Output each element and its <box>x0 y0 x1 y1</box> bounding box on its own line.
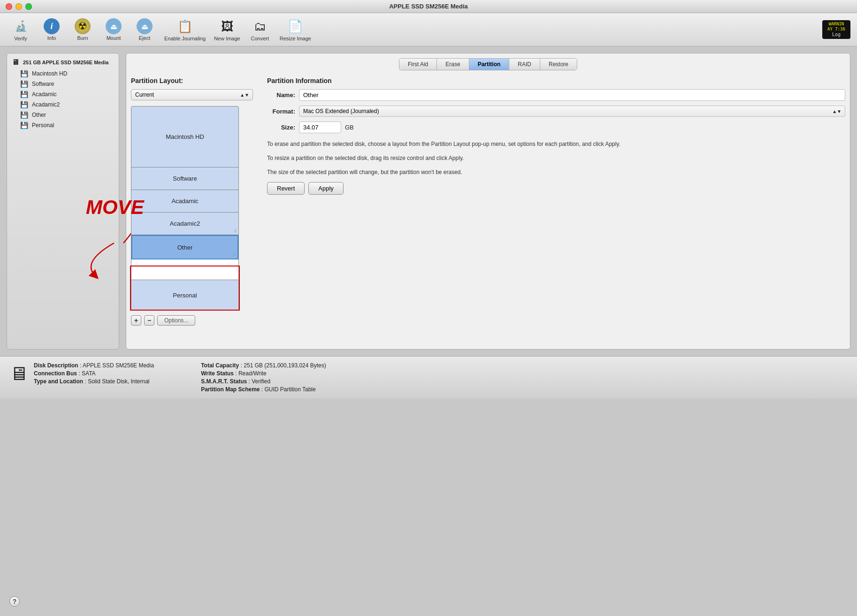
name-field[interactable] <box>299 89 845 101</box>
mount-icon: ⏏ <box>106 18 122 34</box>
info-button[interactable]: i Info <box>38 16 66 43</box>
layout-dropdown-wrapper: Current ▲▼ <box>131 89 253 100</box>
write-status-row: Write Status : Read/Write <box>201 370 326 377</box>
resize-image-icon: 📄 <box>287 18 304 35</box>
info-icon: i <box>44 18 60 34</box>
sidebar-disk-item[interactable]: 🖥 251 GB APPLE SSD SM256E Media <box>7 56 119 68</box>
window-controls[interactable] <box>6 3 32 10</box>
resize-handle-other[interactable]: // <box>233 253 236 258</box>
convert-button[interactable]: 🗂 Convert <box>246 16 274 43</box>
layout-dropdown[interactable]: Current <box>131 89 253 100</box>
minimize-button[interactable] <box>15 3 22 10</box>
connection-bus-row: Connection Bus : SATA <box>34 370 154 377</box>
enable-journaling-icon: 📋 <box>176 18 193 35</box>
sidebar-item-macintosh-hd[interactable]: 💾 Macintosh HD <box>7 68 119 79</box>
partition-info-panel: Partition Information Name: Format: Mac … <box>267 77 845 326</box>
type-location-label: Type and Location <box>34 378 83 385</box>
format-select-wrapper: Mac OS Extended (Journaled) ▲▼ <box>299 106 845 117</box>
sidebar-item-other[interactable]: 💾 Other <box>7 110 119 120</box>
partition-icon-5: 💾 <box>20 122 28 129</box>
tab-raid[interactable]: RAID <box>509 59 540 70</box>
eject-button[interactable]: ⏏ Eject <box>130 16 159 43</box>
enable-journaling-button[interactable]: 📋 Enable Journaling <box>161 16 208 43</box>
mount-button[interactable]: ⏏ Mount <box>99 16 128 43</box>
tab-bar: First Aid Erase Partition RAID Restore <box>399 58 577 70</box>
partition-desc-1: To erase and partition the selected disk… <box>267 140 845 148</box>
partition-label-acadamic: Acadamic <box>171 198 198 205</box>
partition-icon-2: 💾 <box>20 91 28 98</box>
partition-block-personal[interactable]: Personal <box>131 280 238 310</box>
sidebar-item-software[interactable]: 💾 Software <box>7 79 119 89</box>
size-field[interactable] <box>299 122 341 133</box>
partition-block-other[interactable]: Other // <box>131 235 238 259</box>
partition-block-acadamic2[interactable]: Acadamic2 // <box>131 213 238 235</box>
connection-bus-label: Connection Bus <box>34 370 77 377</box>
partition-layout-title: Partition Layout: <box>131 77 253 84</box>
partition-controls: + − Options... <box>131 315 253 326</box>
partition-block-empty[interactable] <box>131 259 238 280</box>
format-row: Format: Mac OS Extended (Journaled) ▲▼ <box>267 106 845 117</box>
partition-label-other: Other <box>177 244 193 251</box>
smart-status-value: Verified <box>252 378 270 385</box>
sidebar-disk-label: 251 GB APPLE SSD SM256E Media <box>23 60 108 65</box>
resize-image-button[interactable]: 📄 Resize Image <box>277 16 314 43</box>
main-area: 🖥 251 GB APPLE SSD SM256E Media 💾 Macint… <box>0 46 857 356</box>
partition-map-label: Partition Map Scheme <box>201 386 260 393</box>
convert-label: Convert <box>251 36 269 41</box>
partition-block-software[interactable]: Software <box>131 167 238 190</box>
help-section: ? <box>9 596 20 608</box>
maximize-button[interactable] <box>25 3 32 10</box>
partition-desc-3: The size of the selected partition will … <box>267 168 845 176</box>
format-select[interactable]: Mac OS Extended (Journaled) <box>299 106 845 117</box>
tab-erase[interactable]: Erase <box>437 59 469 70</box>
remove-partition-button[interactable]: − <box>144 315 154 326</box>
write-status-sep: : <box>235 370 238 377</box>
connection-bus-sep: : <box>78 370 82 377</box>
enable-journaling-label: Enable Journaling <box>164 36 206 41</box>
partition-map-sep: : <box>261 386 265 393</box>
connection-bus-value: SATA <box>82 370 96 377</box>
partition-block-acadamic[interactable]: Acadamic <box>131 190 238 213</box>
tab-first-aid[interactable]: First Aid <box>399 59 437 70</box>
smart-status-row: S.M.A.R.T. Status : Verified <box>201 378 326 385</box>
log-box[interactable]: WARNIN AY 7:36 Log <box>822 20 850 39</box>
status-bar: 🖥 Disk Description : APPLE SSD SM256E Me… <box>0 356 857 398</box>
sidebar-item-label-5: Personal <box>32 122 54 129</box>
partition-block-macintosh-hd[interactable]: Macintosh HD <box>131 106 238 167</box>
new-image-icon: 🖼 <box>219 18 236 35</box>
revert-button[interactable]: Revert <box>267 182 305 195</box>
log-label: WARNIN AY 7:36 <box>825 22 848 32</box>
tab-restore[interactable]: Restore <box>540 59 577 70</box>
burn-label: Burn <box>77 35 88 41</box>
add-partition-button[interactable]: + <box>131 315 141 326</box>
toolbar: 🔬 Verify i Info ☢ Burn ⏏ Mount ⏏ Eject 📋… <box>0 13 857 46</box>
tab-partition[interactable]: Partition <box>469 59 510 70</box>
sidebar-item-label-1: Software <box>32 81 54 87</box>
new-image-button[interactable]: 🖼 New Image <box>211 16 243 43</box>
eject-icon: ⏏ <box>137 18 153 34</box>
name-row: Name: <box>267 89 845 101</box>
resize-handle-acadamic2[interactable]: // <box>234 229 237 234</box>
sidebar-item-acadamic[interactable]: 💾 Acadamic <box>7 89 119 99</box>
partition-icon-3: 💾 <box>20 101 28 108</box>
total-capacity-value: 251 GB (251,000,193,024 Bytes) <box>244 362 326 369</box>
close-button[interactable] <box>6 3 12 10</box>
size-unit-label: GB <box>345 124 354 131</box>
sidebar-item-label-2: Acadamic <box>32 91 57 98</box>
sidebar-item-label-4: Other <box>32 112 46 118</box>
status-disk-section: 🖥 Disk Description : APPLE SSD SM256E Me… <box>9 362 154 385</box>
options-button[interactable]: Options... <box>157 315 195 326</box>
status-col-left: Disk Description : APPLE SSD SM256E Medi… <box>34 362 154 385</box>
sidebar-item-personal[interactable]: 💾 Personal <box>7 120 119 130</box>
right-panel: First Aid Erase Partition RAID Restore P… <box>126 53 850 350</box>
name-field-label: Name: <box>267 91 295 99</box>
verify-button[interactable]: 🔬 Verify <box>7 16 35 43</box>
burn-icon: ☢ <box>75 18 91 34</box>
sidebar-item-acadamic2[interactable]: 💾 Acadamic2 <box>7 99 119 110</box>
total-capacity-label: Total Capacity <box>201 362 239 369</box>
write-status-value: Read/Write <box>238 370 267 377</box>
apply-button[interactable]: Apply <box>308 182 344 195</box>
type-location-value: Solid State Disk, Internal <box>88 378 149 385</box>
help-button[interactable]: ? <box>9 596 20 607</box>
burn-button[interactable]: ☢ Burn <box>69 16 97 43</box>
